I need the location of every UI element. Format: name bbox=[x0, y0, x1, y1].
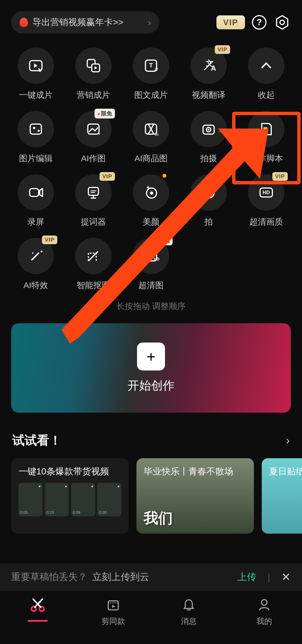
flame-icon bbox=[20, 18, 28, 27]
svg-point-17 bbox=[37, 130, 40, 132]
svg-point-48 bbox=[148, 253, 150, 255]
tool-screen-record[interactable]: 录屏 bbox=[8, 174, 63, 228]
tool-smart-cutout[interactable]: 智能抠图 bbox=[66, 238, 121, 291]
upload-button[interactable]: 上传 bbox=[237, 571, 256, 583]
vip-tag-icon: VIP bbox=[215, 45, 230, 54]
svg-point-16 bbox=[33, 127, 35, 129]
try-heading: 试试看！ bbox=[12, 432, 62, 449]
vip-tag-icon: VIP bbox=[100, 172, 115, 181]
promo-banner[interactable]: 导出营销视频赢年卡>> › bbox=[11, 11, 159, 34]
nav-templates[interactable]: 剪同款 bbox=[76, 597, 151, 644]
reorder-hint: 长按拖动 调整顺序 bbox=[0, 301, 302, 312]
svg-text:T: T bbox=[149, 62, 153, 69]
plus-icon: + bbox=[137, 343, 165, 370]
help-icon[interactable]: ? bbox=[251, 14, 268, 31]
free-tag-icon: 限免 bbox=[152, 236, 173, 245]
collapse-button[interactable]: 收起 bbox=[239, 47, 294, 101]
promo-text: 导出营销视频赢年卡>> bbox=[32, 16, 123, 28]
templates-icon bbox=[106, 597, 121, 613]
tool-grid: 一键成片 营销成片 TAI 图文成片 VIP文A 视频翻译 收起 图片编辑 限免… bbox=[0, 42, 302, 291]
svg-point-39 bbox=[203, 187, 214, 198]
bell-icon bbox=[181, 597, 196, 613]
upload-question: 重要草稿怕丢失？ bbox=[11, 571, 87, 583]
svg-text:✦: ✦ bbox=[40, 249, 43, 254]
svg-rect-29 bbox=[30, 189, 39, 196]
nav-edit[interactable] bbox=[0, 597, 76, 644]
svg-text:HD: HD bbox=[263, 190, 270, 195]
tool-image-edit[interactable]: 图片编辑 bbox=[8, 111, 63, 164]
svg-marker-2 bbox=[277, 16, 288, 29]
tool-text-image-video[interactable]: TAI 图文成片 bbox=[124, 47, 178, 101]
try-card-3[interactable]: 夏日贴纸 bbox=[262, 458, 302, 534]
start-create-card[interactable]: + 开始创作 bbox=[11, 323, 291, 413]
svg-point-40 bbox=[206, 191, 207, 193]
tool-create-script[interactable]: 创作脚本 bbox=[239, 111, 294, 164]
tool-ai-product-image[interactable]: AI AI商品图 bbox=[124, 111, 178, 164]
svg-point-3 bbox=[280, 20, 284, 25]
svg-text:AI: AI bbox=[155, 132, 159, 137]
chevron-right-icon: › bbox=[148, 17, 151, 28]
svg-text:✦: ✦ bbox=[97, 132, 101, 136]
free-tag-icon: 限免 bbox=[95, 109, 115, 118]
try-card-2[interactable]: 毕业快乐丨青春不散场 我们 bbox=[136, 458, 254, 534]
try-card-1[interactable]: 一键10条爆款带货视频 0:05 0:20 0:09 0:00 bbox=[11, 458, 129, 534]
svg-text:?: ? bbox=[256, 17, 262, 27]
vip-tag-icon: VIP bbox=[42, 236, 57, 244]
nav-messages[interactable]: 消息 bbox=[151, 597, 226, 644]
svg-point-37 bbox=[150, 191, 153, 195]
tool-pai[interactable]: 拍 bbox=[181, 174, 236, 228]
svg-text:✦: ✦ bbox=[146, 185, 150, 190]
tool-one-click-video[interactable]: 一键成片 bbox=[8, 47, 63, 101]
vip-badge[interactable]: VIP bbox=[216, 15, 245, 29]
svg-point-41 bbox=[210, 191, 212, 193]
nav-profile[interactable]: 我的 bbox=[226, 597, 302, 644]
close-icon[interactable]: ✕ bbox=[281, 571, 291, 583]
scissors-icon bbox=[29, 597, 46, 613]
try-cards: 一键10条爆款带货视频 0:05 0:20 0:09 0:00 毕业快乐丨青春不… bbox=[0, 458, 302, 534]
svg-marker-56 bbox=[112, 605, 115, 608]
upload-banner: 重要草稿怕丢失？ 立刻上传到云 上传 | ✕ bbox=[0, 563, 302, 591]
notification-dot-icon bbox=[162, 174, 166, 178]
tool-video-translate[interactable]: VIP文A 视频翻译 bbox=[181, 47, 236, 101]
bottom-nav: 剪同款 消息 我的 bbox=[0, 591, 302, 644]
svg-marker-30 bbox=[40, 189, 43, 196]
svg-text:✦: ✦ bbox=[31, 251, 34, 255]
tool-teleprompter[interactable]: VIP 提词器 bbox=[66, 174, 121, 228]
try-section-header[interactable]: 试试看！ › bbox=[0, 413, 302, 458]
vip-tag-icon: VIP bbox=[272, 172, 288, 181]
profile-icon bbox=[257, 597, 272, 613]
tool-beauty[interactable]: ✦ 美颜 bbox=[124, 174, 178, 228]
svg-text:A: A bbox=[211, 64, 216, 72]
tool-ai-image[interactable]: 限免✦ AI作图 bbox=[66, 111, 121, 164]
svg-text:HD: HD bbox=[154, 257, 159, 261]
tool-ai-effects[interactable]: VIP✦✦ AI特效 bbox=[8, 238, 63, 291]
svg-point-58 bbox=[261, 600, 267, 605]
upload-prompt: 立刻上传到云 bbox=[92, 571, 149, 583]
header: 导出营销视频赢年卡>> › VIP ? bbox=[0, 0, 302, 42]
chevron-right-icon: › bbox=[286, 434, 290, 447]
start-create-label: 开始创作 bbox=[128, 378, 174, 393]
tool-marketing-video[interactable]: 营销成片 bbox=[66, 47, 121, 101]
svg-text:AI: AI bbox=[154, 67, 158, 72]
svg-marker-5 bbox=[34, 63, 37, 68]
tool-shoot[interactable]: 拍摄 bbox=[181, 111, 236, 164]
tool-hd-image[interactable]: 限免HD 超清图 bbox=[124, 238, 178, 291]
svg-rect-31 bbox=[88, 187, 98, 195]
tool-hd-quality[interactable]: VIPHD 超清画质 bbox=[239, 174, 294, 228]
settings-icon[interactable] bbox=[273, 14, 291, 31]
svg-rect-15 bbox=[30, 124, 41, 134]
svg-point-26 bbox=[208, 129, 209, 130]
